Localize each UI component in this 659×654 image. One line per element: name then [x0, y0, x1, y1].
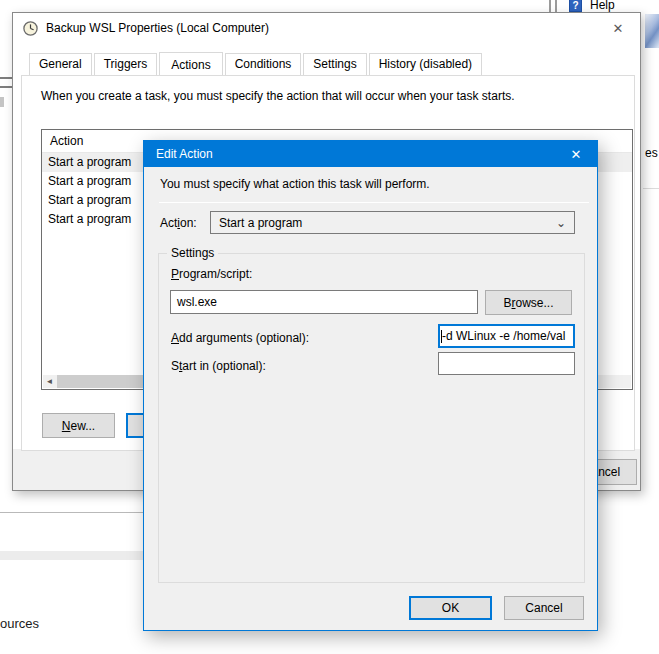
- close-icon: ✕: [613, 21, 624, 36]
- close-icon: ✕: [571, 147, 582, 162]
- tab-bar: General Triggers Actions Conditions Sett…: [29, 52, 484, 76]
- add-arguments-value: -d WLinux -e /home/val: [442, 329, 565, 343]
- help-menu[interactable]: ? Help: [569, 0, 615, 12]
- tab-actions[interactable]: Actions: [159, 52, 222, 77]
- tab-conditions[interactable]: Conditions: [225, 53, 302, 76]
- separator-line: [0, 512, 143, 513]
- separator-line: [0, 77, 12, 79]
- start-in-input[interactable]: [438, 352, 575, 375]
- scroll-left-button[interactable]: ◄: [43, 375, 56, 388]
- window-titlebar[interactable]: Backup WSL Properties (Local Computer): [13, 13, 640, 43]
- cancel-button[interactable]: Cancel: [504, 596, 584, 620]
- scroll-left-icon: ◄: [46, 377, 54, 386]
- new-button[interactable]: New...: [42, 413, 115, 438]
- decorative-block: [0, 97, 4, 107]
- task-scheduler-icon: [23, 21, 38, 36]
- list-row-stripe: [0, 551, 143, 560]
- dialog-description: You must specify what action this task w…: [160, 177, 430, 191]
- tab-triggers[interactable]: Triggers: [94, 53, 158, 76]
- action-select-value: Start a program: [219, 216, 302, 230]
- settings-group-legend: Settings: [167, 246, 218, 260]
- window-title: Backup WSL Properties (Local Computer): [46, 21, 269, 35]
- tab-history[interactable]: History (disabled): [369, 53, 482, 76]
- action-select[interactable]: Start a program ⌄: [210, 211, 575, 234]
- dialog-close-button[interactable]: ✕: [555, 141, 597, 167]
- add-arguments-input[interactable]: -d WLinux -e /home/val: [438, 324, 575, 348]
- edit-action-dialog: Edit Action ✕ You must specify what acti…: [143, 140, 598, 631]
- actions-list-header-label: Action: [50, 134, 83, 148]
- ok-button[interactable]: OK: [409, 596, 492, 620]
- action-label: Action:: [160, 216, 197, 230]
- task-description: When you create a task, you must specify…: [41, 89, 621, 103]
- program-script-input[interactable]: wsl.exe: [170, 290, 478, 314]
- separator-line: [643, 188, 659, 189]
- separator-line: [0, 86, 12, 88]
- decorative-gradient: [645, 14, 659, 48]
- tab-general[interactable]: General: [29, 53, 92, 76]
- browse-button[interactable]: Browse...: [485, 290, 572, 315]
- dialog-title: Edit Action: [156, 147, 213, 161]
- add-arguments-label: Add arguments (optional):: [171, 331, 309, 345]
- dialog-titlebar[interactable]: Edit Action: [144, 141, 597, 167]
- chevron-down-icon: ⌄: [556, 218, 566, 228]
- window-close-button[interactable]: ✕: [596, 13, 640, 43]
- text-fragment-resources: ources: [0, 616, 39, 631]
- help-icon: ?: [569, 0, 582, 12]
- separator-line: [159, 202, 589, 203]
- start-in-label: Start in (optional):: [171, 359, 266, 373]
- program-script-label: Program/script:: [171, 267, 252, 281]
- help-menu-label: Help: [590, 0, 615, 12]
- text-fragment-right: es: [645, 146, 658, 160]
- tab-settings[interactable]: Settings: [303, 53, 366, 76]
